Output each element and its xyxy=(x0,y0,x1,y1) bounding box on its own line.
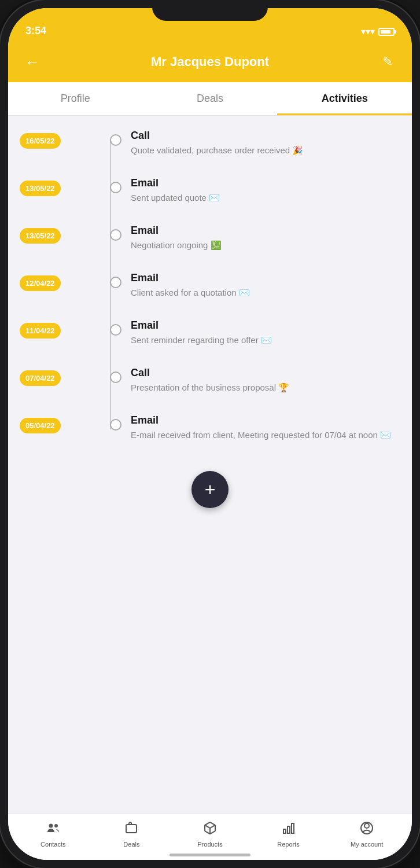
fab-container: + xyxy=(20,462,400,513)
nav-contacts[interactable]: Contacts xyxy=(14,816,93,852)
activity-dot xyxy=(110,324,121,336)
contacts-icon xyxy=(46,821,60,838)
myaccount-icon xyxy=(360,821,374,838)
svg-point-0 xyxy=(49,823,53,827)
products-label: Products xyxy=(197,841,222,848)
deals-icon xyxy=(124,821,138,838)
activity-item[interactable]: 13/05/22 Email Negotiation ongoing 💹 xyxy=(89,225,400,251)
activity-type: Call xyxy=(131,367,400,379)
svg-point-1 xyxy=(54,824,58,827)
activity-description: Client asked for a quotation ✉️ xyxy=(131,286,400,299)
wifi-icon: ▾▾▾ xyxy=(361,26,375,37)
deals-label: Deals xyxy=(123,841,139,848)
svg-rect-2 xyxy=(126,825,137,833)
tab-profile[interactable]: Profile xyxy=(8,82,143,115)
activity-description: Sent updated quote ✉️ xyxy=(131,192,400,204)
app-header: ← Mr Jacques Dupont ✎ xyxy=(8,42,412,82)
activity-body: Email Client asked for a quotation ✉️ xyxy=(89,272,400,299)
phone-frame: 3:54 ▾▾▾ ← Mr Jacques Dupont ✎ Profile xyxy=(0,0,420,868)
activities-content: 16/05/22 Call Quote validated, purchase … xyxy=(8,116,412,814)
activity-date: 11/04/22 xyxy=(20,323,61,339)
notch xyxy=(152,0,268,21)
edit-button[interactable]: ✎ xyxy=(377,52,398,72)
activity-dot xyxy=(110,277,121,288)
home-indicator xyxy=(170,854,250,856)
reports-icon xyxy=(282,821,296,838)
activity-body: Call Quote validated, purchase order rec… xyxy=(89,130,400,156)
reports-label: Reports xyxy=(277,841,300,848)
myaccount-label: My account xyxy=(351,841,383,848)
activity-dot xyxy=(110,182,121,193)
nav-myaccount[interactable]: My account xyxy=(327,816,406,852)
activity-type: Email xyxy=(131,414,400,426)
battery-icon xyxy=(378,28,395,36)
activity-dot xyxy=(110,419,121,431)
activity-type: Email xyxy=(131,177,400,189)
svg-rect-4 xyxy=(283,829,286,833)
activity-type: Email xyxy=(131,319,400,332)
activity-type: Call xyxy=(131,130,400,142)
activity-dot xyxy=(110,229,121,241)
activity-description: E-mail received from client, Meeting req… xyxy=(131,429,400,441)
nav-reports[interactable]: Reports xyxy=(249,816,328,852)
svg-point-7 xyxy=(364,823,369,828)
activity-type: Email xyxy=(131,272,400,284)
activity-type: Email xyxy=(131,225,400,237)
tab-activities[interactable]: Activities xyxy=(277,82,412,115)
nav-products[interactable]: Products xyxy=(171,816,249,852)
activity-description: Sent reminder regarding the offer ✉️ xyxy=(131,334,400,346)
activity-body: Email Negotiation ongoing 💹 xyxy=(89,225,400,251)
timeline: 16/05/22 Call Quote validated, purchase … xyxy=(20,130,400,441)
activity-date: 16/05/22 xyxy=(20,133,61,149)
contacts-label: Contacts xyxy=(40,841,65,848)
products-icon xyxy=(203,821,217,838)
activity-description: Quote validated, purchase order received… xyxy=(131,144,400,156)
activity-date: 13/05/22 xyxy=(20,181,61,196)
add-activity-button[interactable]: + xyxy=(191,471,229,508)
svg-rect-6 xyxy=(292,823,294,833)
activity-body: Email Sent reminder regarding the offer … xyxy=(89,319,400,346)
activity-date: 05/04/22 xyxy=(20,418,61,433)
activity-date: 07/04/22 xyxy=(20,370,61,386)
activity-item[interactable]: 11/04/22 Email Sent reminder regarding t… xyxy=(89,319,400,346)
activity-item[interactable]: 12/04/22 Email Client asked for a quotat… xyxy=(89,272,400,299)
tab-bar: Profile Deals Activities xyxy=(8,82,412,116)
activity-date: 12/04/22 xyxy=(20,275,61,291)
activity-body: Email E-mail received from client, Meeti… xyxy=(89,414,400,441)
status-time: 3:54 xyxy=(25,13,46,37)
activity-item[interactable]: 13/05/22 Email Sent updated quote ✉️ xyxy=(89,177,400,204)
activity-body: Email Sent updated quote ✉️ xyxy=(89,177,400,204)
screen: 3:54 ▾▾▾ ← Mr Jacques Dupont ✎ Profile xyxy=(8,8,412,860)
nav-deals[interactable]: Deals xyxy=(93,816,171,852)
activity-item[interactable]: 16/05/22 Call Quote validated, purchase … xyxy=(89,130,400,156)
tab-deals[interactable]: Deals xyxy=(143,82,278,115)
activity-dot xyxy=(110,134,121,146)
back-button[interactable]: ← xyxy=(22,52,43,72)
activity-description: Presentation of the business proposal 🏆 xyxy=(131,381,400,393)
activity-item[interactable]: 05/04/22 Email E-mail received from clie… xyxy=(89,414,400,441)
activity-dot xyxy=(110,372,121,383)
svg-rect-5 xyxy=(288,826,290,833)
activity-item[interactable]: 07/04/22 Call Presentation of the busine… xyxy=(89,367,400,393)
activity-date: 13/05/22 xyxy=(20,228,61,244)
bottom-nav: Contacts Deals xyxy=(8,814,412,860)
activity-body: Call Presentation of the business propos… xyxy=(89,367,400,393)
header-title: Mr Jacques Dupont xyxy=(151,54,269,69)
status-icons: ▾▾▾ xyxy=(361,14,395,37)
activity-description: Negotiation ongoing 💹 xyxy=(131,239,400,251)
